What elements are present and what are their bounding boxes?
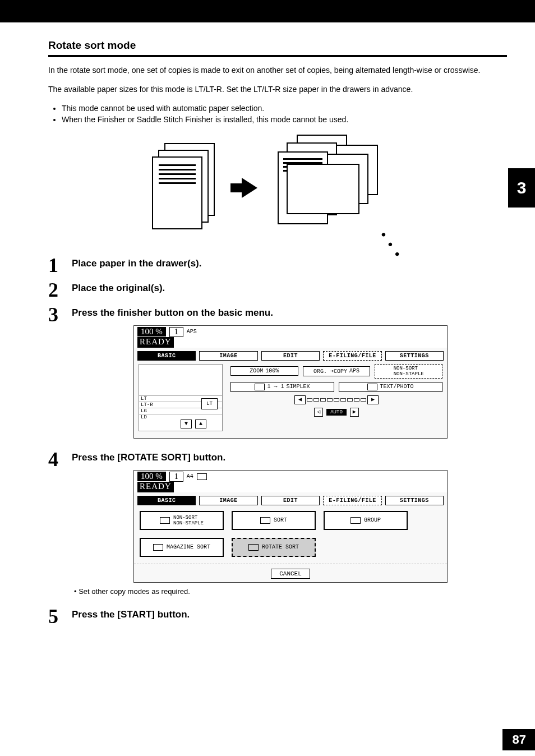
tab-efiling[interactable]: E-FILING/FILE [323,351,381,361]
zoom-value: 100% [265,368,279,374]
tab-image[interactable]: IMAGE [199,496,257,505]
arrow-up-button[interactable]: ▲ [195,420,206,428]
step-3: Press the finisher button on the basic m… [48,307,507,439]
group-label: GROUP [364,517,381,523]
step-note: • Set other copy modes as required. [74,587,507,596]
nonsort-icon [160,517,170,524]
magazine-icon [153,544,163,551]
zoom-percent: 100 % [137,327,166,336]
status-ready: READY [137,482,174,492]
output-paper-stack: • • • [274,135,403,241]
cancel-button[interactable]: CANCEL [271,569,310,579]
note-item: When the Finisher or Saddle Stitch Finis… [62,114,507,125]
tab-basic[interactable]: BASIC [137,351,196,361]
magazine-label: MAGAZINE SORT [167,544,210,550]
duplex-label: 1 → 1 [267,384,284,390]
copy-quantity: 1 [169,327,183,337]
step-2: Place the original(s). [48,283,507,294]
tab-basic[interactable]: BASIC [137,496,196,505]
zoom-button[interactable]: ZOOM 100% [230,366,298,376]
org-value: APS [349,368,359,374]
top-black-bar [0,0,535,22]
tab-settings[interactable]: SETTINGS [385,351,444,361]
arrow-right-icon [242,178,257,198]
group-button[interactable]: GROUP [324,511,408,530]
intro-paragraph-2: The available paper sizes for this mode … [48,84,507,95]
copy-quantity: 1 [169,472,183,482]
density-max-button[interactable]: ▶ [350,408,359,417]
tab-efiling[interactable]: E-FILING/FILE [323,496,381,505]
step-title: Press the finisher button on the basic m… [72,307,507,319]
original-mode-label: TEXT/PHOTO [380,384,413,390]
finisher-button[interactable]: NON-SORT NON-STAPLE [375,364,442,379]
finisher-options: NON-SORT NON-STAPLE SORT GROUP MAGAZINE … [134,505,447,560]
status-ready: READY [137,337,174,348]
org-label: ORG. ➔COPY [313,368,347,375]
step-title: Press the [START] button. [72,609,507,620]
magazine-sort-button[interactable]: MAGAZINE SORT [140,538,224,557]
panel-header: 100 % 1 A4 READY [134,471,447,492]
density-min-button[interactable]: ◁ [314,408,323,417]
duplex-button[interactable]: 1 → 1 SIMPLEX [230,382,334,392]
tab-bar: BASIC IMAGE EDIT E-FILING/FILE SETTINGS [134,492,447,505]
rotate-sort-button[interactable]: ROTATE SORT [232,538,316,557]
sort-icon [260,517,270,524]
original-mode-icon [367,384,377,390]
tab-edit[interactable]: EDIT [261,351,320,361]
nonsort-label: NON-SORT NON-STAPLE [173,515,204,526]
simplex-icon [255,384,265,390]
source-paper-stack [152,143,225,233]
sort-button[interactable]: SORT [232,511,316,530]
step-title: Place paper in the drawer(s). [72,258,507,269]
density-left-button[interactable]: ◀ [294,395,306,404]
mode-label: APS [187,329,197,335]
auto-density-button[interactable]: AUTO [326,409,347,416]
step-5: Press the [START] button. [48,609,507,620]
rotate-sort-label: ROTATE SORT [262,544,299,550]
zoom-label: ZOOM [250,368,263,374]
rotate-sort-diagram: • • • [48,135,507,241]
intro-paragraph-1: In the rotate sort mode, one set of copi… [48,65,507,76]
paper-label: A4 [187,473,193,480]
note-list: This mode cannot be used with automatic … [62,103,507,126]
chapter-tab: 3 [508,168,535,208]
lcd-panel-basic: 100 % 1 APS READY BASIC IMAGE EDIT E-FIL… [133,325,448,439]
tab-edit[interactable]: EDIT [261,496,320,505]
rotate-sort-icon [248,544,259,551]
step-4: Press the [ROTATE SORT] button. 100 % 1 … [48,452,507,596]
zoom-percent: 100 % [137,472,166,481]
steps-list: Place paper in the drawer(s). Place the … [48,258,507,620]
page-content: Rotate sort mode In the rotate sort mode… [0,22,535,620]
step-title: Press the [ROTATE SORT] button. [72,452,507,463]
ellipsis-icon: • • • [376,228,407,262]
tab-bar: BASIC IMAGE EDIT E-FILING/FILE SETTINGS [134,348,447,361]
page-number: 87 [502,729,535,750]
section-heading: Rotate sort mode [48,39,507,57]
step-title: Place the original(s). [72,283,507,294]
basic-right-column: ZOOM 100% ORG. ➔COPY APS NON-SORT NON-ST… [230,364,442,431]
tab-image[interactable]: IMAGE [199,351,257,361]
drawer-bypass[interactable]: LT [201,398,218,409]
original-mode-button[interactable]: TEXT/PHOTO [339,382,442,392]
arrow-down-button[interactable]: ▼ [181,420,192,428]
step-1: Place paper in the drawer(s). [48,258,507,269]
paper-icon [197,473,207,480]
density-right-button[interactable]: ▶ [367,395,379,404]
tab-settings[interactable]: SETTINGS [385,496,444,505]
nonsort-button[interactable]: NON-SORT NON-STAPLE [140,511,224,530]
group-icon [350,517,361,524]
density-bar: ◀ ▶ [230,395,442,404]
panel-header: 100 % 1 APS READY [134,326,447,348]
duplex-value: SIMPLEX [287,384,310,390]
orig-copy-button[interactable]: ORG. ➔COPY APS [303,366,371,376]
note-item: This mode cannot be used with automatic … [62,103,507,114]
drawer-diagram[interactable]: LT LT-R LG LD LT ▼ ▲ [139,364,223,431]
sort-label: SORT [274,517,287,523]
lcd-panel-finisher: 100 % 1 A4 READY BASIC IMAGE EDIT E-FILI… [133,470,448,583]
